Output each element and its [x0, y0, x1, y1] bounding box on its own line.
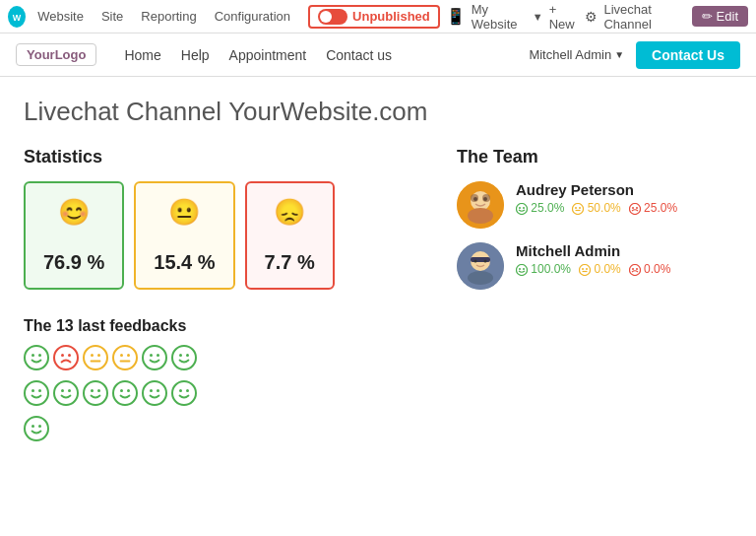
statistics-heading: Statistics: [24, 147, 417, 168]
nav-website[interactable]: Website: [32, 7, 90, 26]
member-stats: 25.0% 50.0% 25.0%: [516, 201, 677, 215]
toggle-knob: [320, 11, 332, 23]
page-title: Livechat Channel YourWebsite.com: [24, 97, 732, 127]
nav-configuration[interactable]: Configuration: [209, 7, 296, 26]
svg-point-66: [517, 264, 528, 275]
livechat-channel-label: Livechat Channel: [603, 2, 685, 32]
svg-point-3: [32, 354, 34, 357]
member-stat-sad: 25.0%: [629, 201, 677, 215]
svg-point-34: [143, 381, 166, 405]
feedback-icon: [112, 345, 138, 376]
right-column: The Team Audrey Peterson 25.0% 50.0% 25.…: [457, 147, 732, 447]
site-nav-help[interactable]: Help: [173, 43, 218, 67]
feedback-icon: [171, 380, 197, 412]
svg-point-10: [97, 354, 100, 357]
stat-card-neutral: 😐 15.4 %: [134, 181, 234, 290]
nav-site[interactable]: Site: [95, 7, 129, 26]
svg-point-19: [172, 346, 196, 369]
svg-point-51: [519, 207, 521, 209]
site-nav-contact-us[interactable]: Contact us: [318, 43, 400, 67]
my-website-menu[interactable]: My Website: [472, 2, 527, 32]
site-nav-appointment[interactable]: Appointment: [221, 43, 315, 67]
stat-value-neutral: 15.4 %: [154, 251, 215, 274]
svg-point-27: [68, 389, 71, 392]
stat-card-happy: 😊 76.9 %: [24, 181, 124, 290]
svg-point-57: [629, 203, 640, 214]
member-stat-green: 25.0%: [516, 201, 564, 215]
svg-point-42: [38, 425, 41, 428]
team-members: Audrey Peterson 25.0% 50.0% 25.0% Mitche…: [457, 181, 732, 290]
svg-point-38: [179, 389, 182, 392]
member-stat-neutral: 0.0%: [579, 262, 621, 276]
svg-point-73: [629, 264, 640, 275]
svg-point-69: [580, 264, 591, 275]
left-column: Statistics 😊 76.9 % 😐 15.4 % 😞 7.7 % The…: [24, 147, 417, 447]
stat-card-sad: 😞 7.7 %: [245, 181, 335, 290]
my-website-chevron: ▼: [533, 11, 543, 23]
svg-point-31: [113, 381, 137, 405]
member-avatar: [457, 242, 504, 290]
svg-point-32: [120, 389, 123, 392]
svg-point-59: [636, 207, 638, 209]
member-stat-sad: 0.0%: [629, 262, 671, 276]
user-menu[interactable]: Mitchell Admin ▼: [529, 47, 624, 62]
svg-point-53: [573, 203, 584, 214]
site-navigation: YourLogo Home Help Appointment Contact u…: [0, 34, 756, 77]
svg-point-28: [84, 381, 107, 405]
page-domain-text: YourWebsite.com: [228, 97, 427, 126]
sad-icon: 😞: [274, 197, 305, 228]
unpublished-label: Unpublished: [352, 9, 430, 24]
svg-point-29: [91, 389, 94, 392]
feedback-icon: [112, 380, 138, 412]
svg-point-39: [186, 389, 189, 392]
svg-point-48: [482, 194, 490, 202]
member-stat-neutral: 50.0%: [572, 201, 620, 215]
site-logo[interactable]: YourLogo: [16, 43, 96, 66]
svg-point-18: [157, 354, 159, 357]
feedback-grid: [24, 345, 220, 447]
svg-point-65: [468, 271, 493, 285]
nav-reporting[interactable]: Reporting: [135, 7, 202, 26]
svg-point-71: [582, 268, 584, 270]
gear-icon: ⚙: [585, 9, 598, 25]
svg-point-41: [32, 425, 34, 428]
site-nav-right: Mitchell Admin ▼ Contact Us: [529, 41, 740, 69]
neutral-icon: 😐: [168, 197, 200, 228]
member-info: Mitchell Admin 100.0% 0.0% 0.0%: [516, 242, 670, 276]
svg-point-67: [519, 268, 521, 270]
edit-pencil-icon: ✏: [702, 9, 713, 24]
mobile-icon[interactable]: 📱: [446, 7, 466, 26]
svg-point-40: [25, 417, 48, 440]
svg-point-6: [61, 354, 64, 357]
toggle-switch: [318, 9, 347, 25]
svg-point-64: [484, 260, 487, 263]
svg-rect-62: [471, 257, 490, 262]
stat-value-happy: 76.9 %: [43, 251, 104, 274]
feedback-icon: [24, 345, 49, 376]
feedback-icon: [83, 345, 108, 376]
member-info: Audrey Peterson 25.0% 50.0% 25.0%: [516, 181, 677, 215]
odoo-logo: W: [8, 6, 26, 28]
edit-button[interactable]: ✏ Edit: [692, 6, 748, 27]
site-nav-home[interactable]: Home: [116, 43, 168, 67]
top-navigation: W Website Site Reporting Configuration U…: [0, 0, 756, 34]
svg-point-7: [68, 354, 71, 357]
svg-point-49: [468, 208, 493, 224]
unpublished-toggle[interactable]: Unpublished: [308, 5, 440, 29]
feedback-icon: [83, 380, 108, 412]
feedback-icon: [24, 416, 49, 447]
user-chevron: ▼: [614, 49, 624, 60]
svg-text:W: W: [13, 13, 22, 23]
feedback-icon: [171, 345, 197, 376]
svg-point-22: [25, 381, 48, 405]
contact-us-button[interactable]: Contact Us: [636, 41, 740, 69]
new-button[interactable]: + New: [549, 2, 580, 32]
svg-point-12: [113, 346, 137, 369]
svg-point-63: [474, 260, 477, 263]
member-avatar: [457, 181, 504, 229]
svg-point-25: [54, 381, 78, 405]
svg-point-14: [127, 354, 130, 357]
svg-point-9: [91, 354, 94, 357]
svg-point-36: [157, 389, 159, 392]
svg-point-55: [575, 207, 577, 209]
